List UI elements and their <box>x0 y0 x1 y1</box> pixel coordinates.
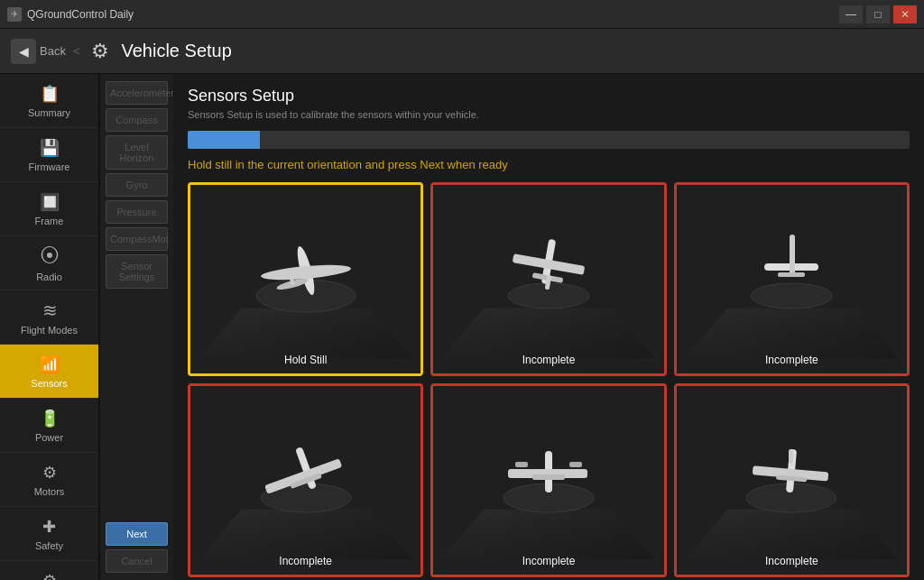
parameters-icon: ⚙ <box>42 571 57 581</box>
cell-label-5: Incomplete <box>522 555 576 567</box>
radio-icon: ⦿ <box>40 244 60 268</box>
svg-rect-13 <box>778 272 805 277</box>
next-button[interactable]: Next <box>106 522 168 546</box>
back-separator: < <box>73 44 80 58</box>
sidebar-item-flight-modes[interactable]: ≋ Flight Modes <box>0 290 98 345</box>
sidebar-item-safety[interactable]: ✚ Safety <box>0 507 98 561</box>
svg-rect-23 <box>515 462 528 467</box>
sidebar-label-motors: Motors <box>34 486 65 497</box>
app-title: QGroundControl Daily <box>27 8 839 21</box>
cell-label-1: Hold Still <box>284 354 327 366</box>
header-bar: ◀ Back < ⚙ Vehicle Setup <box>0 29 924 74</box>
sidebar-item-motors[interactable]: ⚙ Motors <box>0 453 98 507</box>
back-label: Back <box>40 44 66 58</box>
cell-label-3: Incomplete <box>765 354 818 366</box>
cancel-button[interactable]: Cancel <box>106 549 168 573</box>
sidebar-label-firmware: Firmware <box>29 161 70 172</box>
sidebar-label-flight-modes: Flight Modes <box>21 325 78 336</box>
sensors-page-title: Sensors Setup <box>188 87 910 106</box>
sensor-cell-5[interactable]: Incomplete <box>430 383 666 577</box>
main-layout: 📋 Summary 💾 Firmware 🔲 Frame ⦿ Radio ≋ F… <box>0 74 924 580</box>
page-title-header: Vehicle Setup <box>122 41 232 61</box>
airplane-1 <box>190 185 420 355</box>
compass-mot-button[interactable]: CompassMot <box>106 227 168 251</box>
sidebar-label-safety: Safety <box>35 540 63 551</box>
sensor-orientation-grid: Hold Still Incomplete <box>188 182 910 577</box>
svg-rect-22 <box>532 474 565 480</box>
sidebar-label-sensors: Sensors <box>31 378 67 389</box>
safety-icon: ✚ <box>42 517 56 537</box>
sidebar-item-frame[interactable]: 🔲 Frame <box>0 182 98 236</box>
instruction-text: Hold still in the current orientation an… <box>188 158 910 171</box>
accelerometer-button[interactable]: Accelerometer <box>106 81 168 105</box>
airplane-3 <box>677 185 907 355</box>
cell-label-4: Incomplete <box>279 555 332 567</box>
gear-icon: ⚙ <box>86 37 115 66</box>
power-icon: 🔋 <box>40 409 60 428</box>
sensor-cell-4[interactable]: Incomplete <box>188 383 423 577</box>
sidebar-item-parameters[interactable]: ⚙ Parameters <box>0 561 98 580</box>
frame-icon: 🔲 <box>40 192 60 212</box>
sidebar-item-radio[interactable]: ⦿ Radio <box>0 236 98 290</box>
cell-label-2: Incomplete <box>522 354 576 366</box>
maximize-button[interactable]: □ <box>866 5 890 23</box>
app-icon: ✈ <box>7 7 22 22</box>
close-button[interactable]: ✕ <box>893 5 917 23</box>
sidebar-label-frame: Frame <box>35 216 64 226</box>
airplane-5 <box>433 386 663 557</box>
sensor-cell-2[interactable]: Incomplete <box>430 182 666 376</box>
sensors-icon: 📶 <box>40 354 60 374</box>
side-buttons-panel: Accelerometer Compass Level Horizon Gyro… <box>99 74 173 580</box>
sensor-cell-hold-still[interactable]: Hold Still <box>188 182 423 376</box>
pressure-button[interactable]: Pressure <box>106 200 168 224</box>
minimize-button[interactable]: — <box>839 5 863 23</box>
sidebar-label-summary: Summary <box>28 107 70 118</box>
sidebar: 📋 Summary 💾 Firmware 🔲 Frame ⦿ Radio ≋ F… <box>0 74 99 580</box>
flight-modes-icon: ≋ <box>42 299 56 321</box>
sensor-cell-3[interactable]: Incomplete <box>674 182 910 376</box>
content-area: Sensors Setup Sensors Setup is used to c… <box>173 74 924 580</box>
airplane-4 <box>190 386 420 557</box>
sidebar-item-sensors[interactable]: 📶 Sensors <box>0 345 98 399</box>
back-button[interactable]: ◀ Back < <box>11 39 80 64</box>
svg-rect-24 <box>569 462 582 467</box>
progress-bar-fill <box>188 131 260 149</box>
sidebar-item-power[interactable]: 🔋 Power <box>0 399 98 453</box>
sensors-page-subtitle: Sensors Setup is used to calibrate the s… <box>188 109 910 120</box>
sidebar-label-radio: Radio <box>36 272 62 282</box>
sensor-settings-button[interactable]: Sensor Settings <box>106 254 168 289</box>
back-arrow-icon: ◀ <box>11 39 36 64</box>
sidebar-item-summary[interactable]: 📋 Summary <box>0 74 98 128</box>
svg-rect-29 <box>789 449 793 464</box>
svg-rect-14 <box>790 238 794 254</box>
compass-button[interactable]: Compass <box>106 108 168 132</box>
level-horizon-button[interactable]: Level Horizon <box>106 135 168 170</box>
airplane-2 <box>433 185 663 355</box>
titlebar: ✈ QGroundControl Daily — □ ✕ <box>0 0 924 29</box>
cell-label-6: Incomplete <box>765 555 818 567</box>
airplane-6 <box>677 386 907 557</box>
sidebar-item-firmware[interactable]: 💾 Firmware <box>0 128 98 182</box>
sidebar-label-power: Power <box>35 432 63 443</box>
motors-icon: ⚙ <box>42 463 57 483</box>
sensor-cell-6[interactable]: Incomplete <box>674 383 910 577</box>
window-controls: — □ ✕ <box>839 5 917 23</box>
calibration-progress-bar <box>188 131 910 149</box>
summary-icon: 📋 <box>40 84 60 104</box>
svg-point-10 <box>751 283 832 308</box>
gyro-button[interactable]: Gyro <box>106 173 168 197</box>
firmware-icon: 💾 <box>40 138 60 158</box>
